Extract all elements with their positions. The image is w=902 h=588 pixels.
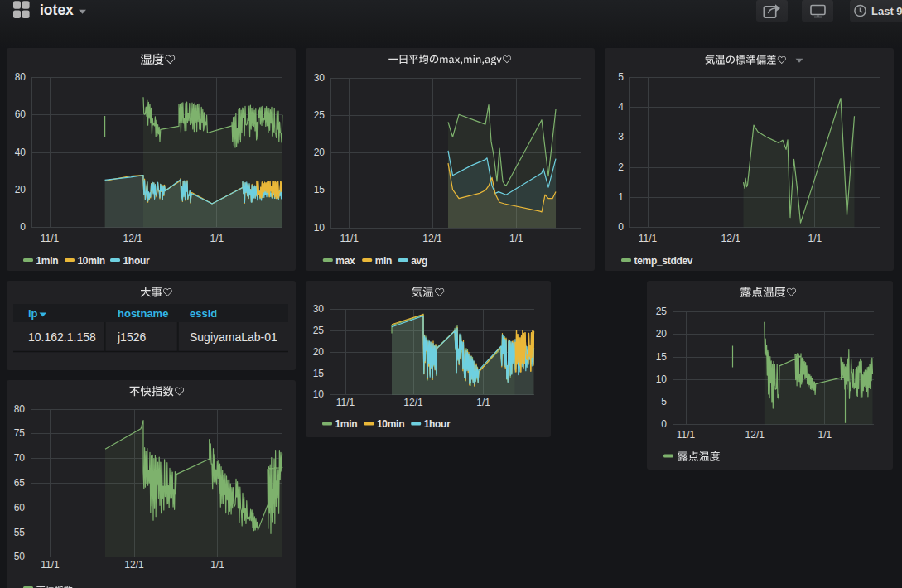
svg-text:50: 50: [14, 551, 26, 562]
svg-text:3: 3: [618, 131, 624, 142]
svg-text:75: 75: [14, 427, 26, 439]
svg-text:25: 25: [656, 306, 668, 317]
svg-text:30: 30: [313, 303, 325, 315]
svg-text:10: 10: [656, 374, 668, 385]
svg-text:10min: 10min: [78, 255, 105, 267]
svg-text:hostname: hostname: [118, 307, 168, 320]
svg-text:1hour: 1hour: [123, 255, 150, 267]
svg-text:12/1: 12/1: [123, 233, 143, 244]
svg-text:5: 5: [618, 71, 624, 83]
svg-text:20: 20: [656, 328, 668, 340]
svg-text:60: 60: [15, 108, 27, 120]
svg-text:1/1: 1/1: [210, 559, 224, 571]
svg-text:60: 60: [14, 502, 26, 513]
svg-text:12/1: 12/1: [745, 429, 765, 441]
svg-text:1/1: 1/1: [210, 233, 224, 244]
svg-text:0: 0: [20, 221, 26, 233]
svg-text:11/1: 11/1: [340, 233, 359, 244]
svg-text:2: 2: [618, 161, 624, 173]
svg-text:min: min: [374, 255, 391, 267]
svg-text:ip: ip: [28, 307, 38, 320]
svg-text:11/1: 11/1: [41, 233, 60, 244]
svg-text:25: 25: [313, 109, 325, 121]
svg-text:avg: avg: [411, 255, 427, 267]
svg-text:20: 20: [313, 147, 325, 158]
svg-text:1: 1: [618, 191, 624, 203]
svg-text:j1526: j1526: [117, 330, 146, 344]
svg-text:55: 55: [14, 527, 26, 538]
svg-text:1hour: 1hour: [424, 418, 451, 430]
svg-text:15: 15: [313, 368, 325, 379]
svg-text:Last 90 day: Last 90 day: [871, 5, 902, 17]
svg-text:15: 15: [313, 184, 325, 195]
svg-text:80: 80: [15, 71, 27, 83]
svg-text:1/1: 1/1: [808, 233, 822, 244]
svg-text:1/1: 1/1: [476, 397, 490, 408]
svg-text:20: 20: [15, 184, 27, 195]
svg-text:11/1: 11/1: [639, 233, 658, 244]
svg-text:10.162.1.158: 10.162.1.158: [28, 330, 96, 344]
svg-text:SugiyamaLab-01: SugiyamaLab-01: [190, 330, 277, 344]
svg-text:11/1: 11/1: [41, 559, 60, 571]
svg-text:12/1: 12/1: [124, 559, 144, 571]
svg-text:20: 20: [313, 346, 325, 358]
svg-text:1min: 1min: [36, 255, 59, 267]
svg-text:15: 15: [656, 351, 668, 363]
svg-text:1/1: 1/1: [818, 429, 832, 441]
svg-text:10: 10: [313, 222, 325, 234]
svg-text:11/1: 11/1: [677, 429, 696, 441]
svg-text:0: 0: [661, 418, 667, 430]
svg-text:10min: 10min: [377, 418, 404, 430]
svg-text:30: 30: [313, 72, 325, 84]
svg-text:25: 25: [313, 325, 325, 336]
svg-text:12/1: 12/1: [721, 233, 741, 244]
svg-text:essid: essid: [190, 307, 217, 320]
svg-text:1min: 1min: [335, 418, 358, 430]
svg-text:4: 4: [618, 101, 624, 113]
svg-text:5: 5: [661, 396, 667, 407]
svg-text:0: 0: [618, 221, 624, 233]
svg-text:12/1: 12/1: [403, 397, 423, 408]
svg-text:temp_stddev: temp_stddev: [634, 255, 693, 267]
svg-text:12/1: 12/1: [422, 233, 442, 244]
svg-text:80: 80: [14, 403, 26, 415]
svg-text:65: 65: [14, 477, 26, 489]
svg-text:40: 40: [15, 147, 27, 158]
svg-text:1/1: 1/1: [509, 233, 523, 244]
svg-text:10: 10: [313, 388, 325, 400]
svg-text:70: 70: [14, 452, 26, 464]
svg-text:11/1: 11/1: [336, 397, 355, 408]
svg-text:max: max: [335, 255, 355, 267]
